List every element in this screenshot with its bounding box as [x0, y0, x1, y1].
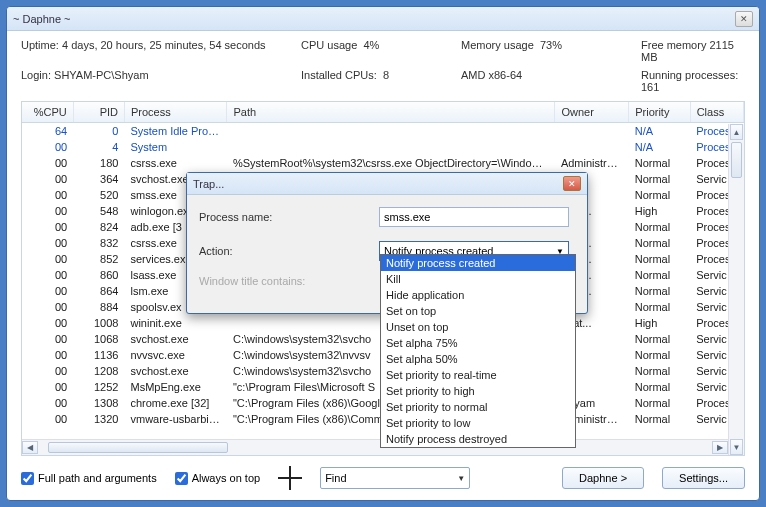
- col-priority[interactable]: Priority: [629, 102, 690, 123]
- procs-label: Running processes:: [641, 69, 738, 81]
- mem-usage-value: 73%: [540, 39, 562, 51]
- uptime-value: 4 days, 20 hours, 25 minutes, 54 seconds: [62, 39, 266, 51]
- scroll-down-icon[interactable]: ▼: [730, 439, 743, 455]
- col-process[interactable]: Process: [124, 102, 226, 123]
- col-path[interactable]: Path: [227, 102, 555, 123]
- find-combo[interactable]: Find▼: [320, 467, 470, 489]
- cpus-label: Installed CPUs:: [301, 69, 377, 81]
- cpus-value: 8: [383, 69, 389, 81]
- free-mem-label: Free memory: [641, 39, 706, 51]
- login-label: Login:: [21, 69, 51, 81]
- dropdown-option[interactable]: Notify process created: [381, 255, 575, 271]
- dialog-title: Trap...: [193, 178, 563, 190]
- col-cpu[interactable]: %CPU: [22, 102, 73, 123]
- dropdown-option[interactable]: Set priority to high: [381, 383, 575, 399]
- procname-input[interactable]: [379, 207, 569, 227]
- titlebar[interactable]: ~ Daphne ~ ✕: [7, 7, 759, 31]
- scroll-thumb-h[interactable]: [48, 442, 228, 453]
- dropdown-option[interactable]: Unset on top: [381, 319, 575, 335]
- dropdown-option[interactable]: Notify process destroyed: [381, 431, 575, 447]
- dropdown-option[interactable]: Set priority to low: [381, 415, 575, 431]
- stats-panel: Uptime: 4 days, 20 hours, 25 minutes, 54…: [7, 31, 759, 97]
- dropdown-option[interactable]: Kill: [381, 271, 575, 287]
- dropdown-option[interactable]: Set priority to real-time: [381, 367, 575, 383]
- close-icon[interactable]: ✕: [735, 11, 753, 27]
- arch-value: AMD x86-64: [461, 69, 522, 81]
- wndtitle-label: Window title contains:: [199, 275, 379, 287]
- vertical-scrollbar[interactable]: ▲ ▼: [728, 124, 744, 455]
- fullpath-checkbox[interactable]: Full path and arguments: [21, 472, 157, 485]
- settings-button[interactable]: Settings...: [662, 467, 745, 489]
- table-row[interactable]: 640System Idle ProcessN/AProces: [22, 123, 744, 140]
- scroll-up-icon[interactable]: ▲: [730, 124, 743, 140]
- cpu-usage-value: 4%: [363, 39, 379, 51]
- window-title: ~ Daphne ~: [13, 13, 735, 25]
- action-dropdown-list[interactable]: Notify process createdKillHide applicati…: [380, 254, 576, 448]
- crosshair-icon[interactable]: [278, 466, 302, 490]
- scroll-left-icon[interactable]: ◀: [22, 441, 38, 454]
- bottom-bar: Full path and arguments Always on top Fi…: [7, 456, 759, 500]
- action-label: Action:: [199, 245, 379, 257]
- procs-value: 161: [641, 81, 659, 93]
- login-value: SHYAM-PC\Shyam: [54, 69, 149, 81]
- dropdown-option[interactable]: Set alpha 50%: [381, 351, 575, 367]
- dropdown-option[interactable]: Set alpha 75%: [381, 335, 575, 351]
- table-row[interactable]: 004SystemN/AProces: [22, 139, 744, 155]
- table-row[interactable]: 00180csrss.exe%SystemRoot%\system32\csrs…: [22, 155, 744, 171]
- dropdown-option[interactable]: Set priority to normal: [381, 399, 575, 415]
- procname-label: Process name:: [199, 211, 379, 223]
- scroll-thumb-v[interactable]: [731, 142, 742, 178]
- col-owner[interactable]: Owner: [555, 102, 629, 123]
- daphne-button[interactable]: Daphne >: [562, 467, 644, 489]
- horizontal-scrollbar[interactable]: ◀ ▶: [22, 439, 728, 455]
- cpu-usage-label: CPU usage: [301, 39, 357, 51]
- alwaystop-checkbox[interactable]: Always on top: [175, 472, 260, 485]
- uptime-label: Uptime:: [21, 39, 59, 51]
- dropdown-option[interactable]: Hide application: [381, 287, 575, 303]
- dropdown-option[interactable]: Set on top: [381, 303, 575, 319]
- dialog-close-icon[interactable]: ✕: [563, 176, 581, 191]
- scroll-right-icon[interactable]: ▶: [712, 441, 728, 454]
- col-pid[interactable]: PID: [73, 102, 124, 123]
- dialog-titlebar[interactable]: Trap... ✕: [187, 173, 587, 195]
- col-class[interactable]: Class: [690, 102, 743, 123]
- mem-usage-label: Memory usage: [461, 39, 534, 51]
- chevron-down-icon: ▼: [457, 474, 465, 483]
